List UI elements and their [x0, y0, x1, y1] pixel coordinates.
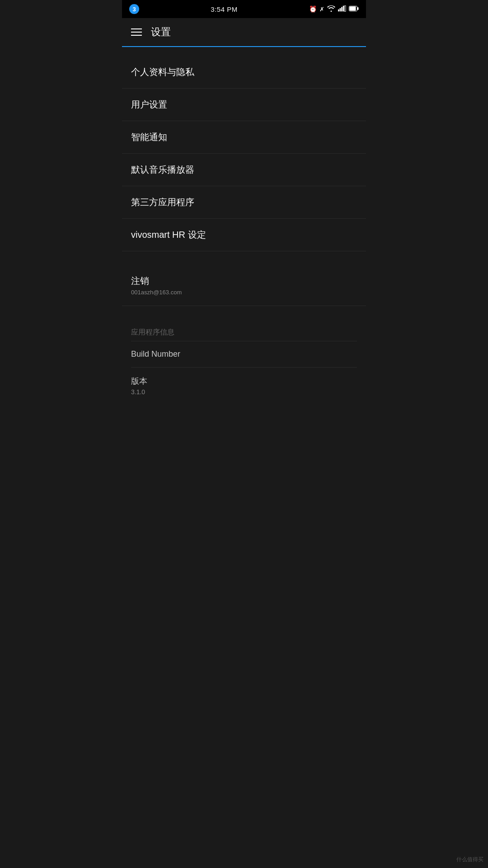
alarm-icon: ⏰	[309, 5, 317, 13]
signal-icon	[338, 5, 346, 13]
svg-rect-4	[344, 5, 346, 11]
svg-rect-2	[341, 7, 343, 11]
wifi-icon	[327, 5, 335, 13]
signout-item[interactable]: 注销 001aszh@163.com	[122, 265, 366, 306]
section-spacer-2	[122, 306, 366, 320]
svg-rect-0	[338, 9, 339, 11]
menu-item-smart-notification[interactable]: 智能通知	[122, 121, 366, 154]
svg-rect-7	[357, 7, 359, 10]
menu-hamburger-icon[interactable]	[131, 28, 142, 36]
menu-item-title: 第三方应用程序	[131, 196, 357, 208]
battery-icon	[349, 5, 359, 13]
status-bar: 3 3:54 PM ⏰ ✗	[122, 0, 366, 18]
menu-item-user-settings[interactable]: 用户设置	[122, 89, 366, 121]
account-section: 注销 001aszh@163.com	[122, 265, 366, 306]
version-item: 版本 3.1.0	[131, 367, 357, 404]
status-bar-left: 3	[129, 4, 139, 14]
menu-item-title: 个人资料与隐私	[131, 66, 357, 78]
bluetooth-icon: ✗	[319, 6, 324, 13]
app-info-section: 应用程序信息 Build Number 版本 3.1.0	[122, 320, 366, 404]
menu-item-profile-privacy[interactable]: 个人资料与隐私	[122, 56, 366, 89]
build-number-item: Build Number	[131, 341, 357, 367]
signout-title: 注销	[131, 275, 357, 287]
svg-rect-3	[343, 5, 344, 11]
build-number-title: Build Number	[131, 349, 357, 359]
status-bar-right: ⏰ ✗	[309, 5, 359, 13]
menu-item-title: 用户设置	[131, 99, 357, 111]
signout-email: 001aszh@163.com	[131, 289, 357, 296]
menu-item-title: 智能通知	[131, 131, 357, 143]
version-title: 版本	[131, 376, 357, 387]
top-spacer	[122, 47, 366, 56]
section-spacer	[122, 251, 366, 265]
menu-item-default-music-player[interactable]: 默认音乐播放器	[122, 154, 366, 186]
top-bar: 设置	[122, 18, 366, 47]
notification-badge: 3	[129, 4, 139, 14]
version-value: 3.1.0	[131, 388, 357, 396]
menu-item-title: 默认音乐播放器	[131, 164, 357, 176]
menu-item-third-party-apps[interactable]: 第三方应用程序	[122, 186, 366, 219]
menu-section: 个人资料与隐私 用户设置 智能通知 默认音乐播放器 第三方应用程序 vivosm…	[122, 56, 366, 251]
menu-item-title: vivosmart HR 设定	[131, 229, 357, 241]
page-title: 设置	[151, 25, 171, 39]
svg-rect-6	[350, 7, 356, 11]
app-info-label: 应用程序信息	[131, 320, 357, 341]
menu-item-vivosmart-settings[interactable]: vivosmart HR 设定	[122, 219, 366, 251]
status-time: 3:54 PM	[211, 5, 237, 13]
svg-rect-1	[340, 8, 341, 11]
